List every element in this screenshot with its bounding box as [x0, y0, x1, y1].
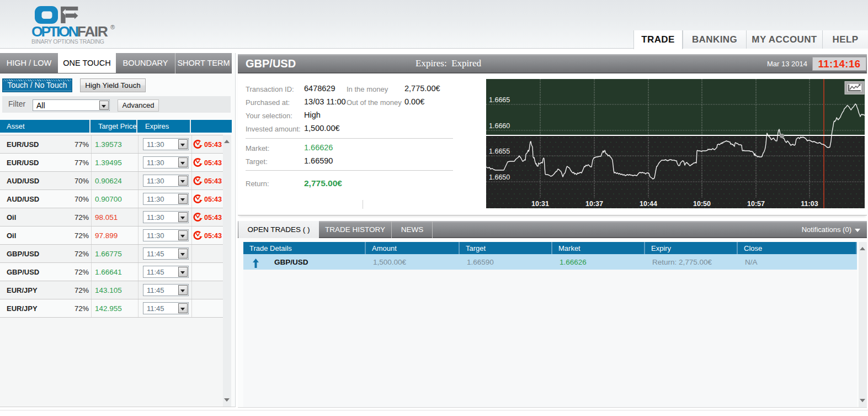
svg-text:10:37: 10:37	[585, 200, 603, 208]
svg-text:10:57: 10:57	[747, 200, 765, 208]
svg-text:®: ®	[110, 24, 115, 30]
svg-text:10:31: 10:31	[531, 200, 549, 208]
svg-text:1.6660: 1.6660	[489, 122, 510, 130]
svg-text:1.6650: 1.6650	[489, 173, 510, 181]
svg-text:BINARY OPTIONS TRADING: BINARY OPTIONS TRADING	[31, 38, 104, 45]
svg-text:10:50: 10:50	[693, 200, 711, 208]
svg-text:11:03: 11:03	[801, 200, 818, 208]
svg-text:10:44: 10:44	[640, 200, 657, 208]
svg-text:OPTIONFAIR: OPTIONFAIR	[31, 23, 108, 40]
svg-text:1.6655: 1.6655	[489, 148, 510, 155]
svg-text:1.6665: 1.6665	[489, 96, 510, 104]
